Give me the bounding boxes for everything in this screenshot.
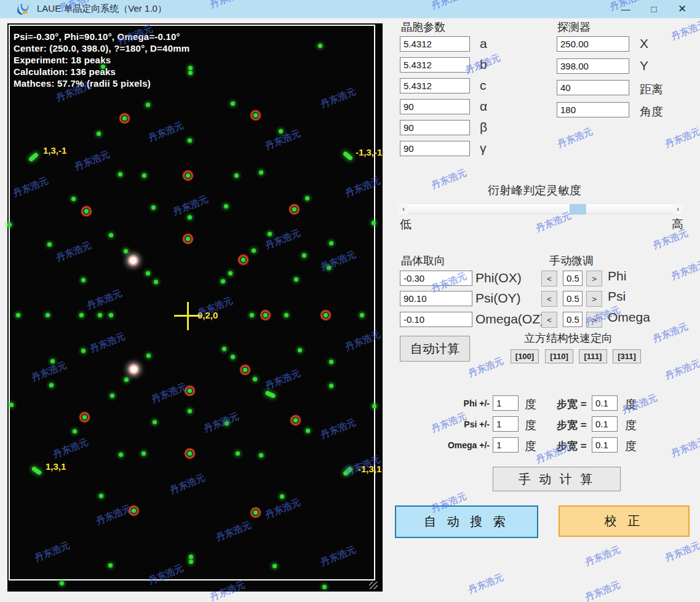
minimize-button[interactable]: — bbox=[611, 0, 640, 18]
cell-a-input[interactable] bbox=[400, 36, 470, 52]
diffraction-peak bbox=[9, 403, 14, 407]
detector-x-label: X bbox=[640, 36, 648, 51]
orientation-title: 晶体取向 bbox=[401, 253, 445, 268]
slider-right-arrow-icon[interactable]: › bbox=[673, 204, 683, 214]
omega-increase-button[interactable]: > bbox=[586, 312, 602, 328]
watermark-text: 丹东浩元 bbox=[651, 227, 690, 251]
omega-stepwidth-label: 步宽 = bbox=[557, 439, 587, 453]
diffraction-peak bbox=[82, 415, 87, 419]
diffraction-peak bbox=[119, 453, 123, 457]
psi-increase-button[interactable]: > bbox=[586, 291, 602, 307]
detector-x-input[interactable] bbox=[557, 36, 629, 52]
phi-stepwidth-input[interactable] bbox=[592, 395, 618, 411]
phi-range-label: Phi +/- bbox=[418, 398, 490, 408]
phi-ox-label: Phi(OX) bbox=[475, 271, 522, 285]
phi-ox-input[interactable] bbox=[400, 271, 472, 286]
diffraction-peak bbox=[118, 172, 122, 176]
diffraction-peak bbox=[153, 420, 157, 424]
diffraction-peak bbox=[99, 494, 103, 498]
phi-decrease-button[interactable]: < bbox=[541, 271, 557, 287]
watermark-text: 丹东浩元 bbox=[664, 125, 700, 150]
omega-decrease-button[interactable]: < bbox=[541, 312, 557, 328]
slider-left-arrow-icon[interactable]: ‹ bbox=[399, 204, 408, 214]
phi-step-input[interactable] bbox=[563, 271, 583, 286]
diffraction-peak bbox=[222, 347, 226, 351]
cell-b-input[interactable] bbox=[400, 57, 470, 73]
detector-distance-input[interactable] bbox=[557, 80, 629, 95]
omega-range-input[interactable] bbox=[493, 437, 519, 453]
cell-gamma-label: γ bbox=[480, 141, 487, 156]
psi-range-input[interactable] bbox=[493, 416, 519, 432]
diffraction-peak bbox=[252, 248, 256, 253]
diffraction-peak bbox=[372, 404, 376, 408]
cubic-111-button[interactable]: [111] bbox=[579, 349, 607, 363]
auto-calculate-button[interactable]: 自动计算 bbox=[400, 336, 470, 362]
diffraction-peak bbox=[372, 221, 376, 225]
slider-thumb[interactable] bbox=[570, 204, 586, 215]
cubic-100-button[interactable]: [100] bbox=[511, 349, 539, 363]
omega-oz-input[interactable] bbox=[400, 312, 472, 327]
watermark-text: 丹东浩元 bbox=[664, 539, 700, 564]
detector-angle-input[interactable] bbox=[557, 102, 629, 117]
sensitivity-slider[interactable]: ‹ › bbox=[399, 204, 683, 214]
cell-gamma-input[interactable] bbox=[400, 141, 470, 156]
omega-range-label: Omega +/- bbox=[418, 440, 490, 450]
detector-y-input[interactable] bbox=[557, 58, 629, 74]
diffraction-peak bbox=[306, 429, 310, 433]
diffraction-peak bbox=[79, 313, 84, 317]
watermark-text: 丹东浩元 bbox=[670, 435, 700, 459]
diffraction-peak bbox=[84, 209, 89, 213]
fine-tune-phi-label: Phi bbox=[608, 269, 626, 283]
diffraction-peak bbox=[284, 313, 288, 317]
phi-stepwidth-label: 步宽 = bbox=[557, 397, 587, 411]
diffraction-peak bbox=[253, 113, 258, 117]
cell-alpha-input[interactable] bbox=[400, 99, 470, 114]
diffraction-peak bbox=[124, 249, 128, 253]
omega-step-input[interactable] bbox=[563, 312, 583, 327]
watermark-text: 丹东浩元 bbox=[430, 167, 469, 191]
calibrate-button[interactable]: 校 正 bbox=[559, 505, 690, 537]
resize-grip[interactable] bbox=[369, 582, 378, 589]
psi-deg-label: 度 bbox=[525, 418, 536, 434]
phi-deg2-label: 度 bbox=[625, 397, 637, 413]
diffraction-peak bbox=[109, 233, 113, 237]
cubic-311-button[interactable]: [311] bbox=[613, 349, 641, 363]
detector-distance-label: 距离 bbox=[640, 82, 663, 98]
psi-oy-input[interactable] bbox=[400, 291, 472, 306]
diffraction-peak bbox=[280, 494, 284, 499]
maximize-button[interactable]: □ bbox=[640, 0, 668, 18]
peak-index-label: 1,3,1 bbox=[46, 461, 66, 472]
diffraction-peak bbox=[47, 242, 52, 247]
peak-index-label: -1,3,1 bbox=[358, 464, 381, 474]
diffraction-peak bbox=[132, 509, 136, 513]
diffraction-peak bbox=[109, 313, 113, 317]
psi-stepwidth-input[interactable] bbox=[592, 416, 618, 432]
auto-search-button[interactable]: 自 动 搜 索 bbox=[395, 505, 538, 538]
peak-streak bbox=[343, 151, 354, 160]
laue-pattern-image[interactable]: Psi=-0.30°, Phi=90.10°, Omega=-0.10° Cen… bbox=[7, 23, 383, 592]
cubic-title: 立方结构快速定向 bbox=[524, 331, 613, 346]
close-button[interactable]: ✕ bbox=[668, 0, 696, 18]
watermark-text: 丹东浩元 bbox=[584, 544, 622, 568]
phi-increase-button[interactable]: > bbox=[586, 271, 602, 287]
diffraction-peak bbox=[7, 223, 12, 227]
slider-track[interactable] bbox=[408, 204, 673, 214]
watermark-text: 丹东浩元 bbox=[584, 579, 622, 602]
cell-c-input[interactable] bbox=[400, 78, 470, 93]
diffraction-peak bbox=[188, 409, 192, 413]
cell-beta-input[interactable] bbox=[400, 120, 470, 135]
cubic-110-button[interactable]: [110] bbox=[545, 349, 573, 363]
diffraction-peak bbox=[154, 280, 158, 284]
diffraction-peak bbox=[221, 279, 225, 283]
diffraction-peak bbox=[329, 384, 333, 388]
diffraction-peak bbox=[141, 451, 146, 456]
diffraction-peak bbox=[146, 354, 151, 358]
manual-calculate-button[interactable]: 手 动 计 算 bbox=[493, 467, 621, 491]
omega-stepwidth-input[interactable] bbox=[592, 437, 618, 453]
psi-step-input[interactable] bbox=[563, 291, 583, 306]
diffraction-peak bbox=[188, 389, 192, 393]
diffraction-peak bbox=[110, 394, 114, 398]
psi-decrease-button[interactable]: < bbox=[541, 291, 557, 307]
phi-range-input[interactable] bbox=[493, 395, 519, 411]
crosshair-icon bbox=[187, 302, 189, 330]
